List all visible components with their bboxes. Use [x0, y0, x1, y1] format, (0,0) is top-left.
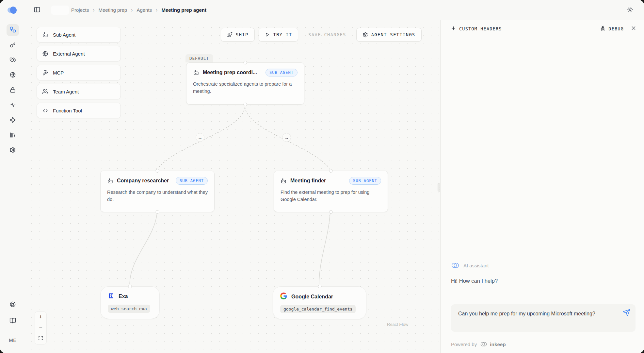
palette-item-label: Team Agent [53, 89, 79, 94]
palette-item-external-agent[interactable]: External Agent [37, 46, 121, 61]
node-meeting-prep-coordinator[interactable]: Meeting prep coordi... SUB AGENT Orchest… [186, 62, 304, 105]
close-panel-button[interactable] [631, 25, 636, 32]
app-window: ME Projects › Meeting prep › Agents › Me… [0, 0, 644, 353]
edge-arrow-right[interactable]: → [282, 133, 291, 142]
ai-assistant-icon [451, 262, 459, 269]
palette-item-function-tool[interactable]: Function Tool [37, 103, 121, 118]
node-exa-tool[interactable]: Exa web_search_exa [100, 286, 160, 319]
powered-by-label: Powered by [451, 342, 477, 347]
zoom-in-button[interactable]: + [35, 312, 46, 323]
send-button[interactable] [623, 309, 630, 317]
users-icon [42, 89, 48, 95]
node-handle-top[interactable] [244, 61, 247, 64]
rail-item-library[interactable] [7, 129, 19, 141]
theme-toggle-button[interactable] [624, 5, 636, 16]
rail-item-keys[interactable] [7, 39, 19, 51]
rail-nav [7, 24, 19, 156]
bot-icon [107, 178, 113, 184]
panel-toggle-button[interactable] [31, 5, 42, 16]
palette-item-mcp[interactable]: MCP [37, 65, 121, 80]
assistant-header: AI assistant [451, 262, 636, 269]
breadcrumb-project[interactable]: Meeting prep [99, 7, 127, 13]
rail-item-tags[interactable] [7, 54, 19, 66]
tags-icon [9, 57, 16, 64]
agent-settings-label: AGENT SETTINGS [371, 32, 415, 37]
component-icon [9, 117, 16, 124]
palette-item-label: Sub Agent [53, 32, 75, 38]
google-logo [280, 293, 287, 301]
rail-bottom: ME [7, 299, 19, 346]
panel-left-icon [34, 6, 40, 14]
save-changes-button[interactable]: SAVE CHANGES [302, 28, 352, 42]
tool-id-chip: google_calendar_find_events [280, 305, 356, 313]
user-avatar[interactable]: ME [7, 334, 19, 346]
node-company-researcher[interactable]: Company researcher SUB AGENT Research th… [100, 171, 215, 212]
tool-id-chip: web_search_exa [108, 305, 150, 313]
default-agent-tag: DEFAULT [185, 54, 213, 62]
agent-settings-button[interactable]: AGENT SETTINGS [356, 28, 422, 42]
node-description: Find the external meeting to prep for us… [281, 189, 381, 203]
custom-headers-button[interactable]: CUSTOM HEADERS [451, 26, 502, 32]
palette-item-label: External Agent [53, 51, 85, 57]
tool-title: Exa [119, 294, 128, 299]
exa-logo [108, 293, 114, 300]
topbar: Projects › Meeting prep › Agents › Meeti… [25, 0, 644, 20]
powered-by-footer[interactable]: Powered by inkeep [451, 341, 636, 347]
breadcrumb-separator: › [93, 7, 94, 13]
debug-label: DEBUG [608, 26, 624, 31]
rail-item-agents[interactable] [7, 24, 19, 36]
breadcrumb-agents[interactable]: Agents [137, 7, 152, 13]
inkeep-logo[interactable] [7, 6, 18, 16]
node-handle-bottom[interactable] [329, 210, 333, 214]
bot-icon [42, 32, 48, 38]
node-handle-top[interactable] [318, 285, 321, 288]
icon-rail: ME [0, 0, 25, 353]
node-handle-top[interactable] [128, 285, 132, 288]
rail-item-docs[interactable] [7, 315, 19, 327]
bot-icon [281, 178, 287, 184]
rail-item-help[interactable] [7, 299, 19, 311]
try-it-button[interactable]: TRY IT [259, 28, 298, 42]
ship-label: SHIP [236, 32, 249, 37]
node-handle-bottom[interactable] [156, 210, 159, 214]
node-meeting-finder[interactable]: Meeting finder SUB AGENT Find the extern… [274, 171, 388, 212]
ship-button[interactable]: SHIP [221, 28, 255, 42]
lock-icon [9, 87, 16, 94]
node-handle-bottom[interactable] [244, 103, 247, 106]
node-title: Meeting prep coordi... [203, 70, 262, 76]
sub-agent-badge: SUB AGENT [349, 177, 381, 185]
play-icon [265, 32, 270, 37]
node-google-calendar-tool[interactable]: Google Calendar google_calendar_find_eve… [273, 286, 366, 319]
sun-icon [627, 7, 633, 14]
breadcrumb-highlight [51, 6, 69, 15]
rail-item-settings[interactable] [7, 144, 19, 156]
zoom-out-button[interactable]: − [35, 323, 46, 333]
node-title: Company researcher [117, 178, 172, 184]
node-description: Research the company to understand what … [107, 189, 208, 203]
rail-item-components[interactable] [7, 114, 19, 126]
workflow-icon [9, 26, 16, 34]
sub-agent-badge: SUB AGENT [266, 69, 298, 76]
book-open-icon [9, 317, 16, 325]
node-description: Orchestrate specialized agents to prepar… [193, 80, 298, 95]
breadcrumb-projects[interactable]: Projects [71, 7, 89, 13]
fit-view-button[interactable] [35, 333, 46, 344]
edge-arrow-left[interactable]: → [196, 133, 204, 142]
node-handle-top[interactable] [329, 169, 333, 173]
node-palette: Sub Agent External Agent MCP Team Agent … [37, 27, 121, 118]
assistant-greeting: Hi! How can I help? [451, 278, 636, 284]
react-flow-attribution[interactable]: React Flow [387, 322, 408, 327]
plus-icon [451, 26, 456, 32]
node-handle-top[interactable] [156, 169, 159, 173]
try-it-label: TRY IT [273, 32, 292, 37]
chat-input[interactable]: Can you help me prep for my upcoming Mic… [451, 304, 636, 332]
palette-item-sub-agent[interactable]: Sub Agent [37, 27, 121, 42]
rail-item-credentials[interactable] [7, 84, 19, 96]
palette-item-team-agent[interactable]: Team Agent [37, 84, 121, 99]
palette-item-label: Function Tool [53, 108, 82, 113]
debug-button[interactable]: DEBUG [600, 25, 624, 32]
bug-icon [600, 25, 605, 32]
rail-item-external[interactable] [7, 69, 19, 81]
rail-item-activity[interactable] [7, 99, 19, 111]
settings-icon [9, 147, 16, 154]
